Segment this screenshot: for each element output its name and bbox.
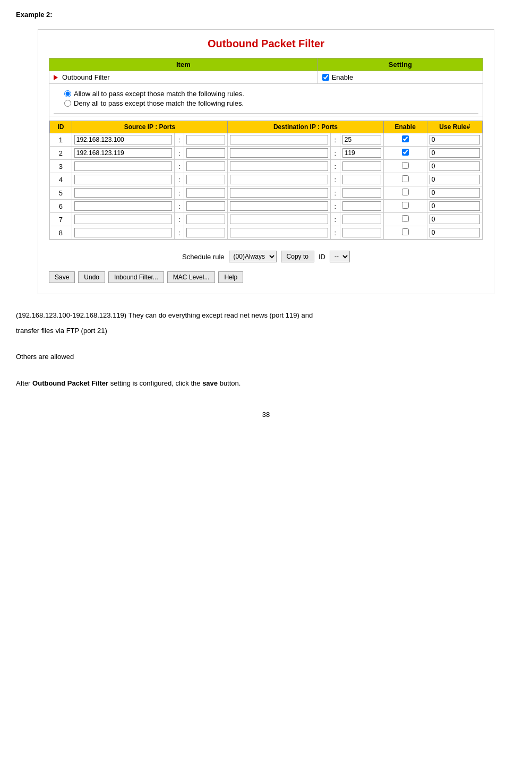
dst-port-cell [340, 213, 383, 226]
dst-port-input[interactable] [342, 215, 381, 224]
src-port-input[interactable] [186, 148, 225, 158]
dst-port-input[interactable] [342, 201, 381, 211]
dst-ip-input[interactable] [230, 161, 328, 171]
dst-port-cell [340, 133, 383, 147]
dst-ip-input[interactable] [230, 148, 328, 158]
radio-options-cell: Allow all to pass except those match the… [49, 84, 483, 116]
src-port-input[interactable] [186, 135, 225, 144]
dst-port-input[interactable] [342, 228, 381, 237]
dst-ip-input[interactable] [230, 228, 328, 237]
row-id: 3 [50, 160, 72, 173]
table-row: 6:: [50, 200, 483, 213]
desc-line3: Others are allowed [16, 352, 516, 363]
dst-colon: : [330, 173, 340, 186]
src-colon: : [175, 160, 184, 173]
src-ip-input[interactable] [74, 161, 173, 171]
userule-input[interactable] [430, 215, 480, 224]
row-enable-checkbox[interactable] [402, 162, 409, 169]
src-port-input[interactable] [186, 215, 225, 224]
src-ip-input[interactable] [74, 201, 173, 211]
userule-input[interactable] [430, 201, 480, 211]
dst-ip-input[interactable] [230, 188, 328, 198]
dst-ip-cell [228, 160, 331, 173]
src-ip-input[interactable] [74, 228, 173, 237]
src-port-cell [184, 133, 228, 147]
inbound-filter-button[interactable]: Inbound Filter... [108, 271, 164, 283]
radio-deny-container: Deny all to pass except those match the … [64, 99, 474, 107]
src-ip-input[interactable] [74, 148, 173, 158]
arrow-right-icon [54, 75, 58, 80]
desc-line4-prefix: After [16, 379, 32, 387]
src-ip-cell [72, 160, 175, 173]
dst-port-input[interactable] [342, 161, 381, 171]
row-id: 5 [50, 186, 72, 200]
dst-port-input[interactable] [342, 175, 381, 184]
outbound-filter-label: Outbound Filter [62, 73, 110, 81]
row-id: 4 [50, 173, 72, 186]
dst-port-input[interactable] [342, 148, 381, 158]
dst-ip-cell [228, 186, 331, 200]
schedule-select[interactable]: (00)Always [229, 251, 277, 262]
row-enable-checkbox[interactable] [402, 202, 409, 209]
dst-port-input[interactable] [342, 188, 381, 198]
id-select[interactable]: -- [330, 251, 350, 262]
save-button[interactable]: Save [49, 271, 75, 283]
enable-cell [383, 226, 427, 240]
row-enable-checkbox[interactable] [402, 175, 409, 182]
dst-port-cell [340, 186, 383, 200]
row-enable-checkbox[interactable] [402, 228, 409, 235]
enable-cell [383, 160, 427, 173]
src-ip-input[interactable] [74, 188, 173, 198]
col-item-header: Item [49, 58, 318, 71]
radio-deny[interactable] [64, 100, 71, 107]
src-ip-input[interactable] [74, 175, 173, 184]
src-port-input[interactable] [186, 175, 225, 184]
dst-colon: : [330, 186, 340, 200]
mac-level-button[interactable]: MAC Level... [167, 271, 216, 283]
row-enable-checkbox[interactable] [402, 149, 409, 156]
enable-cell [383, 147, 427, 160]
src-ip-input[interactable] [74, 215, 173, 224]
dst-ip-input[interactable] [230, 201, 328, 211]
src-port-input[interactable] [186, 228, 225, 237]
dst-ip-input[interactable] [230, 135, 328, 144]
userule-input[interactable] [430, 148, 480, 158]
src-port-cell [184, 160, 228, 173]
radio-options-container: Allow all to pass except those match the… [54, 86, 478, 114]
row-id: 2 [50, 147, 72, 160]
inner-table: ID Source IP : Ports Destination IP : Po… [49, 121, 483, 240]
dst-ip-input[interactable] [230, 215, 328, 224]
src-port-input[interactable] [186, 161, 225, 171]
outbound-filter-setting-cell: Enable [318, 71, 483, 84]
userule-input[interactable] [430, 228, 480, 237]
table-row: 3:: [50, 160, 483, 173]
example-label: Example 2: [16, 11, 516, 19]
row-enable-checkbox[interactable] [402, 135, 409, 142]
enable-checkbox[interactable] [322, 74, 329, 81]
row-enable-checkbox[interactable] [402, 189, 409, 195]
dst-ip-input[interactable] [230, 175, 328, 184]
help-button[interactable]: Help [218, 271, 243, 283]
enable-cell [383, 200, 427, 213]
userule-input[interactable] [430, 175, 480, 184]
userule-cell [427, 160, 482, 173]
userule-input[interactable] [430, 188, 480, 198]
src-port-input[interactable] [186, 188, 225, 198]
userule-input[interactable] [430, 161, 480, 171]
desc-line1: (192.168.123.100-192.168.123.119) They c… [16, 310, 516, 321]
action-row: Save Undo Inbound Filter... MAC Level...… [49, 271, 483, 283]
radio-allow[interactable] [64, 90, 71, 97]
src-ip-input[interactable] [74, 135, 173, 144]
userule-cell [427, 226, 482, 240]
row-enable-checkbox[interactable] [402, 215, 409, 222]
src-port-input[interactable] [186, 201, 225, 211]
copy-to-button[interactable]: Copy to [281, 251, 314, 262]
src-ip-cell [72, 133, 175, 147]
undo-button[interactable]: Undo [78, 271, 105, 283]
dst-port-input[interactable] [342, 135, 381, 144]
userule-cell [427, 213, 482, 226]
dst-ip-cell [228, 133, 331, 147]
col-id-header: ID [50, 121, 72, 133]
userule-cell [427, 147, 482, 160]
userule-input[interactable] [430, 135, 480, 144]
